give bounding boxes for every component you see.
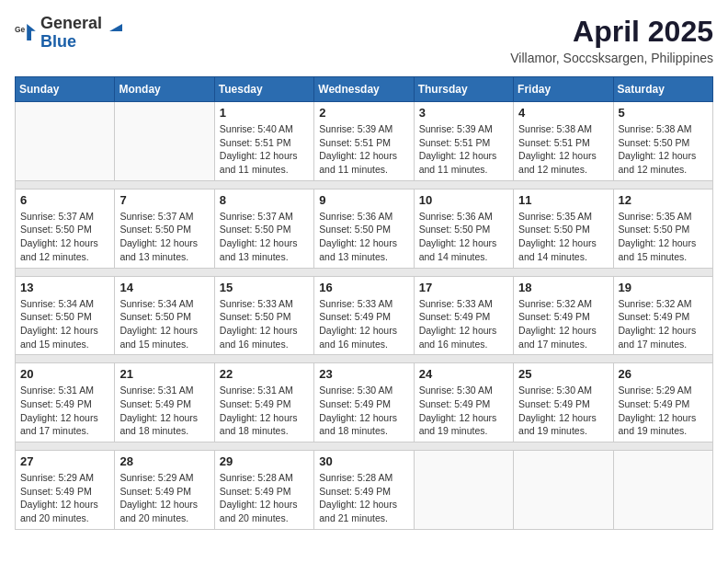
day-info: Sunrise: 5:35 AMSunset: 5:50 PMDaylight:… <box>518 210 608 264</box>
calendar-cell: 25Sunrise: 5:30 AMSunset: 5:49 PMDayligh… <box>514 363 613 442</box>
day-info: Sunrise: 5:33 AMSunset: 5:49 PMDaylight:… <box>419 297 508 351</box>
day-info: Sunrise: 5:37 AMSunset: 5:50 PMDaylight:… <box>119 210 209 264</box>
calendar-cell: 24Sunrise: 5:30 AMSunset: 5:49 PMDayligh… <box>414 363 513 442</box>
calendar-cell: 7Sunrise: 5:37 AMSunset: 5:50 PMDaylight… <box>115 189 214 268</box>
day-info: Sunrise: 5:32 AMSunset: 5:49 PMDaylight:… <box>619 297 708 351</box>
calendar-cell: 23Sunrise: 5:30 AMSunset: 5:49 PMDayligh… <box>314 363 414 442</box>
weekday-header: Wednesday <box>314 77 414 102</box>
svg-text:Ge: Ge <box>15 25 26 34</box>
day-info: Sunrise: 5:34 AMSunset: 5:50 PMDaylight:… <box>20 297 109 351</box>
title-area: April 2025 Villamor, Soccsksargen, Phili… <box>510 15 713 65</box>
day-number: 12 <box>619 193 708 207</box>
week-separator <box>16 355 713 363</box>
weekday-header: Monday <box>115 77 214 102</box>
calendar-cell: 18Sunrise: 5:32 AMSunset: 5:49 PMDayligh… <box>514 276 613 355</box>
svg-marker-1 <box>27 24 36 40</box>
day-number: 2 <box>319 106 408 120</box>
day-number: 16 <box>319 281 408 294</box>
calendar-cell: 10Sunrise: 5:36 AMSunset: 5:50 PMDayligh… <box>414 189 513 268</box>
weekday-header: Tuesday <box>214 77 313 102</box>
day-info: Sunrise: 5:31 AMSunset: 5:49 PMDaylight:… <box>20 384 109 438</box>
day-info: Sunrise: 5:28 AMSunset: 5:49 PMDaylight:… <box>220 471 309 525</box>
day-info: Sunrise: 5:33 AMSunset: 5:49 PMDaylight:… <box>319 297 408 351</box>
day-number: 21 <box>119 367 209 381</box>
logo-triangle-icon <box>108 17 124 33</box>
calendar-cell: 27Sunrise: 5:29 AMSunset: 5:49 PMDayligh… <box>16 451 115 530</box>
calendar-cell <box>16 102 115 181</box>
calendar-cell: 22Sunrise: 5:31 AMSunset: 5:49 PMDayligh… <box>214 363 313 442</box>
day-info: Sunrise: 5:39 AMSunset: 5:51 PMDaylight:… <box>319 122 408 177</box>
calendar-week-row: 6Sunrise: 5:37 AMSunset: 5:50 PMDaylight… <box>16 189 713 268</box>
day-number: 22 <box>220 367 309 381</box>
weekday-header: Saturday <box>613 77 712 102</box>
logo-icon: Ge <box>15 21 37 43</box>
calendar-cell: 8Sunrise: 5:37 AMSunset: 5:50 PMDaylight… <box>214 189 313 268</box>
calendar-cell: 5Sunrise: 5:38 AMSunset: 5:50 PMDaylight… <box>613 102 712 181</box>
day-number: 18 <box>518 281 608 294</box>
calendar-cell: 6Sunrise: 5:37 AMSunset: 5:50 PMDaylight… <box>16 189 115 268</box>
svg-marker-2 <box>109 24 122 31</box>
logo-blue: Blue <box>40 33 124 50</box>
day-info: Sunrise: 5:40 AMSunset: 5:51 PMDaylight:… <box>220 122 309 177</box>
logo-text: General Blue <box>40 15 124 50</box>
calendar-cell: 29Sunrise: 5:28 AMSunset: 5:49 PMDayligh… <box>214 451 313 530</box>
calendar-cell: 26Sunrise: 5:29 AMSunset: 5:49 PMDayligh… <box>613 363 712 442</box>
calendar-cell: 28Sunrise: 5:29 AMSunset: 5:49 PMDayligh… <box>115 451 214 530</box>
calendar-cell: 4Sunrise: 5:38 AMSunset: 5:51 PMDaylight… <box>514 102 613 181</box>
day-number: 8 <box>220 193 309 207</box>
day-info: Sunrise: 5:29 AMSunset: 5:49 PMDaylight:… <box>119 471 209 525</box>
day-info: Sunrise: 5:35 AMSunset: 5:50 PMDaylight:… <box>619 210 708 264</box>
main-title: April 2025 <box>510 15 713 49</box>
week-separator <box>16 268 713 276</box>
day-number: 29 <box>220 454 309 468</box>
calendar-cell: 3Sunrise: 5:39 AMSunset: 5:51 PMDaylight… <box>414 102 513 181</box>
calendar-cell: 11Sunrise: 5:35 AMSunset: 5:50 PMDayligh… <box>514 189 613 268</box>
logo-general: General <box>40 14 102 32</box>
day-number: 23 <box>319 367 408 381</box>
day-info: Sunrise: 5:28 AMSunset: 5:49 PMDaylight:… <box>319 471 408 525</box>
day-number: 14 <box>119 281 209 294</box>
calendar-cell: 19Sunrise: 5:32 AMSunset: 5:49 PMDayligh… <box>613 276 712 355</box>
calendar-cell: 9Sunrise: 5:36 AMSunset: 5:50 PMDaylight… <box>314 189 414 268</box>
day-number: 1 <box>220 106 309 120</box>
day-number: 9 <box>319 193 408 207</box>
week-separator <box>16 180 713 189</box>
calendar-cell: 2Sunrise: 5:39 AMSunset: 5:51 PMDaylight… <box>314 102 414 181</box>
day-info: Sunrise: 5:36 AMSunset: 5:50 PMDaylight:… <box>419 210 508 264</box>
day-number: 30 <box>319 454 408 468</box>
calendar-cell <box>115 102 214 181</box>
calendar-cell <box>514 451 613 530</box>
day-info: Sunrise: 5:30 AMSunset: 5:49 PMDaylight:… <box>518 384 608 438</box>
calendar-cell: 16Sunrise: 5:33 AMSunset: 5:49 PMDayligh… <box>314 276 414 355</box>
day-number: 5 <box>619 106 708 120</box>
calendar-cell: 30Sunrise: 5:28 AMSunset: 5:49 PMDayligh… <box>314 451 414 530</box>
day-number: 10 <box>419 193 508 207</box>
day-number: 19 <box>619 281 708 294</box>
header: Ge General Blue April 2025 Villamor, Soc… <box>15 15 713 65</box>
day-info: Sunrise: 5:31 AMSunset: 5:49 PMDaylight:… <box>119 384 209 438</box>
calendar-header-row: SundayMondayTuesdayWednesdayThursdayFrid… <box>16 77 713 102</box>
day-number: 11 <box>518 193 608 207</box>
day-number: 24 <box>419 367 508 381</box>
day-info: Sunrise: 5:39 AMSunset: 5:51 PMDaylight:… <box>419 122 508 177</box>
calendar-cell <box>613 451 712 530</box>
day-number: 27 <box>20 454 109 468</box>
calendar-cell: 21Sunrise: 5:31 AMSunset: 5:49 PMDayligh… <box>115 363 214 442</box>
calendar-cell: 12Sunrise: 5:35 AMSunset: 5:50 PMDayligh… <box>613 189 712 268</box>
day-info: Sunrise: 5:34 AMSunset: 5:50 PMDaylight:… <box>119 297 209 351</box>
day-info: Sunrise: 5:38 AMSunset: 5:51 PMDaylight:… <box>518 122 608 177</box>
day-number: 17 <box>419 281 508 294</box>
day-number: 6 <box>20 193 109 207</box>
weekday-header: Sunday <box>16 77 115 102</box>
subtitle: Villamor, Soccsksargen, Philippines <box>510 51 713 65</box>
day-number: 4 <box>518 106 608 120</box>
day-number: 26 <box>619 367 708 381</box>
calendar-week-row: 1Sunrise: 5:40 AMSunset: 5:51 PMDaylight… <box>16 102 713 181</box>
day-info: Sunrise: 5:38 AMSunset: 5:50 PMDaylight:… <box>619 122 708 177</box>
day-info: Sunrise: 5:30 AMSunset: 5:49 PMDaylight:… <box>319 384 408 438</box>
calendar-cell: 17Sunrise: 5:33 AMSunset: 5:49 PMDayligh… <box>414 276 513 355</box>
calendar-cell: 15Sunrise: 5:33 AMSunset: 5:50 PMDayligh… <box>214 276 313 355</box>
week-separator <box>16 442 713 451</box>
day-number: 7 <box>119 193 209 207</box>
weekday-header: Friday <box>514 77 613 102</box>
